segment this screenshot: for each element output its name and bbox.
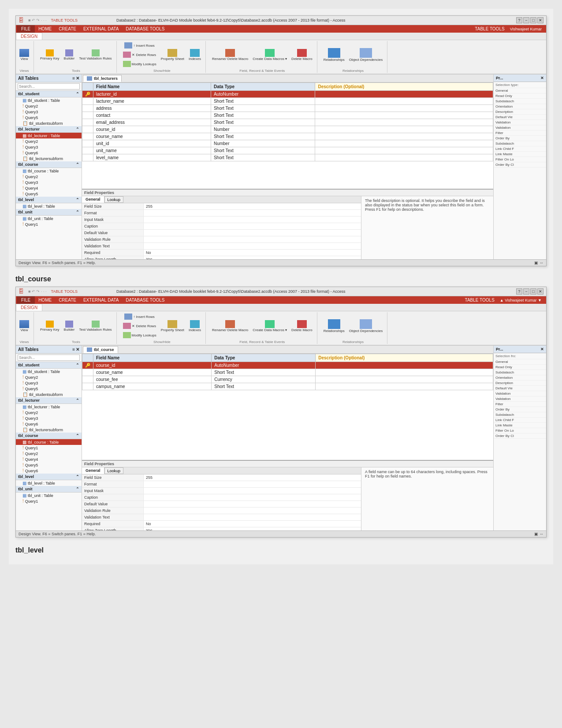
test-rules-button[interactable]: Test Validation Rules bbox=[77, 41, 113, 68]
fp-value[interactable]: 255 bbox=[144, 203, 361, 210]
relationships-button[interactable]: Relationships bbox=[322, 41, 346, 68]
nav-item-query6-l2[interactable]: ! Query6 bbox=[16, 421, 82, 427]
nav-item-form-lecturer-2[interactable]: 📋 tbl_lecturersubform bbox=[16, 427, 82, 433]
nav-item-query2-s1[interactable]: ! Query2 bbox=[16, 103, 82, 109]
prop-item[interactable]: Link Child F bbox=[494, 146, 546, 152]
table-row[interactable]: unit_id Number bbox=[82, 140, 493, 147]
prop-item[interactable]: Description bbox=[494, 381, 546, 386]
nav-item-query1-c2[interactable]: ! Query1 bbox=[16, 445, 82, 451]
property-sheet-button-2[interactable]: Property Sheet bbox=[159, 312, 186, 340]
nav-item-query-u1[interactable]: ! Query1 bbox=[16, 221, 82, 227]
nav-item-query5-c1[interactable]: ! Query5 bbox=[16, 191, 82, 197]
nav-item-query5-s2[interactable]: ! Query5 bbox=[16, 386, 82, 392]
insert-rows-button[interactable]: ↑ Insert Rows bbox=[121, 41, 158, 50]
primary-key-button[interactable]: Primary Key bbox=[38, 41, 61, 68]
prop-item[interactable]: Subdatasch bbox=[494, 412, 546, 418]
macros-button-2[interactable]: Create Data Macros ▾ bbox=[251, 312, 289, 340]
home-menu-2[interactable]: HOME bbox=[35, 296, 55, 304]
nav-item-query5-s1[interactable]: ! Query5 bbox=[16, 115, 82, 120]
nav-item-tbl-unit-1[interactable]: ▦ tbl_unit : Table bbox=[16, 216, 82, 221]
help-btn[interactable]: ? bbox=[516, 17, 522, 23]
prop-item[interactable]: Order By Cl bbox=[494, 433, 546, 439]
primary-key-button-2[interactable]: Primary Key bbox=[38, 312, 61, 340]
fp-tab-general-2[interactable]: General bbox=[82, 467, 104, 474]
nav-item-tbl-course-1[interactable]: ▦ tbl_course : Table bbox=[16, 168, 82, 174]
fp-value[interactable]: Yes bbox=[144, 527, 361, 530]
fp-value[interactable] bbox=[144, 210, 361, 217]
prop-item[interactable]: Filter On Lo bbox=[494, 157, 546, 162]
field-name-cell[interactable]: lacturer_name bbox=[93, 98, 211, 105]
prop-item[interactable]: Order By bbox=[494, 136, 546, 141]
nav-section-unit-2[interactable]: tbl_unit ⌃ bbox=[16, 486, 82, 493]
view-button[interactable]: View bbox=[18, 41, 31, 68]
table-row[interactable]: campus_name Short Text bbox=[82, 383, 493, 390]
description-cell[interactable] bbox=[316, 369, 493, 376]
description-cell[interactable] bbox=[315, 105, 493, 112]
modify-lookups-button[interactable]: Modify Lookups bbox=[121, 60, 158, 68]
fp-tab-lookup-2[interactable]: Lookup bbox=[104, 467, 124, 474]
nav-search-1[interactable] bbox=[16, 82, 82, 91]
fp-value[interactable] bbox=[144, 488, 361, 494]
prop-item[interactable]: General bbox=[494, 88, 546, 93]
prop-item[interactable]: Link Maste bbox=[494, 423, 546, 428]
description-cell[interactable] bbox=[315, 112, 493, 119]
field-name-cell[interactable]: unit_name bbox=[93, 147, 211, 154]
fp-value[interactable] bbox=[144, 508, 361, 514]
nav-item-query4-c1[interactable]: ! Query4 bbox=[16, 185, 82, 191]
data-type-cell[interactable]: Short Text bbox=[211, 133, 315, 140]
fp-value[interactable] bbox=[144, 243, 361, 250]
title-bar-controls-1[interactable]: ? − □ ✕ bbox=[516, 17, 543, 23]
nav-item-query3-s1[interactable]: ! Query3 bbox=[16, 109, 82, 115]
nav-collapse-btn-2[interactable]: ≡ bbox=[72, 347, 75, 352]
fp-value[interactable] bbox=[144, 217, 361, 223]
field-name-cell[interactable]: course_id bbox=[93, 362, 212, 369]
prop-item[interactable]: Filter bbox=[494, 131, 546, 136]
table-tab-1[interactable]: tbl_lecturers bbox=[83, 75, 122, 82]
modify-lookups-button-2[interactable]: Modify Lookups bbox=[121, 331, 158, 340]
object-dep-button-2[interactable]: Object Dependencies bbox=[347, 312, 385, 340]
del-macro-button[interactable]: Delete Macro bbox=[290, 41, 314, 68]
nav-item-query3-l2[interactable]: ! Query3 bbox=[16, 415, 82, 421]
prop-item[interactable]: Default Vie bbox=[494, 386, 546, 391]
view-button-2[interactable]: View bbox=[18, 312, 31, 340]
fp-value[interactable]: 255 bbox=[144, 474, 361, 481]
data-type-cell[interactable]: Short Text bbox=[211, 98, 315, 105]
external-data-menu-2[interactable]: EXTERNAL DATA bbox=[80, 296, 122, 304]
field-name-cell[interactable]: lacturer_id bbox=[93, 91, 211, 98]
fp-tab-lookup-1[interactable]: Lookup bbox=[104, 196, 124, 203]
table-row[interactable]: address Short Text bbox=[82, 105, 493, 112]
prop-item[interactable]: Default Vie bbox=[494, 115, 546, 120]
minimize-btn[interactable]: − bbox=[523, 17, 529, 23]
nav-item-tbl-lecturer-2[interactable]: ▦ tbl_lecturer : Table bbox=[16, 404, 82, 410]
database-tools-menu[interactable]: DATABASE TOOLS bbox=[122, 25, 168, 33]
data-type-cell[interactable]: Short Text bbox=[212, 383, 316, 390]
prop-item[interactable]: Subdatasch bbox=[494, 99, 546, 104]
field-name-cell[interactable]: contact bbox=[93, 112, 211, 119]
file-menu[interactable]: FILE bbox=[17, 25, 35, 33]
close-btn-2[interactable]: ✕ bbox=[537, 288, 543, 295]
nav-item-query3-c1[interactable]: ! Query3 bbox=[16, 179, 82, 185]
prop-item[interactable]: General bbox=[494, 359, 546, 365]
nav-item-query2-s2[interactable]: ! Query2 bbox=[16, 374, 82, 380]
data-type-cell[interactable]: Short Text bbox=[211, 154, 315, 161]
table-row[interactable]: course_name Short Text bbox=[82, 133, 493, 140]
data-type-cell[interactable]: Short Text bbox=[212, 369, 316, 376]
nav-item-tbl-lecturer-1[interactable]: ▦ tbl_lecturer : Table bbox=[16, 133, 82, 138]
data-type-cell[interactable]: Number bbox=[211, 126, 315, 133]
field-name-cell[interactable]: level_name bbox=[93, 154, 211, 161]
indexes-button[interactable]: Indexes bbox=[187, 41, 203, 68]
rename-button[interactable]: Rename/ Delete Macro bbox=[210, 41, 250, 68]
field-name-cell[interactable]: unit_id bbox=[93, 140, 211, 147]
nav-item-query2-l1[interactable]: ! Query2 bbox=[16, 138, 82, 144]
nav-search-input-2[interactable] bbox=[18, 355, 80, 361]
description-cell[interactable] bbox=[315, 119, 493, 126]
prop-item[interactable]: Orientation bbox=[494, 104, 546, 109]
nav-section-level-2[interactable]: tbl_level ⌃ bbox=[16, 474, 82, 480]
macros-button[interactable]: Create Data Macros ▾ bbox=[251, 41, 289, 68]
test-rules-button-2[interactable]: Test Validation Rules bbox=[77, 312, 113, 340]
fp-value[interactable]: No bbox=[144, 521, 361, 527]
prop-pane-close-2[interactable]: ✕ bbox=[540, 347, 544, 351]
nav-section-lecturer-1[interactable]: tbl_lecturer ⌃ bbox=[16, 126, 82, 133]
description-cell[interactable] bbox=[315, 140, 493, 147]
description-cell[interactable] bbox=[315, 147, 493, 154]
